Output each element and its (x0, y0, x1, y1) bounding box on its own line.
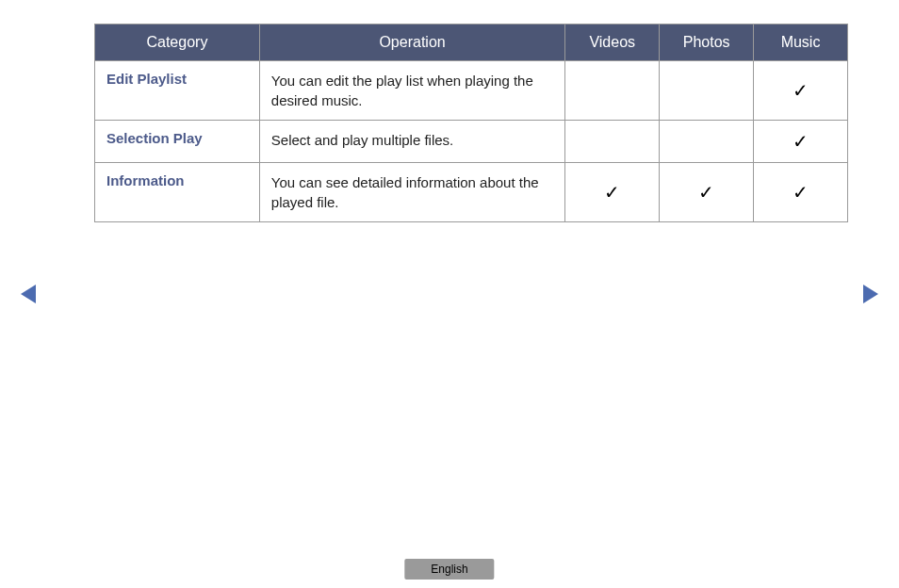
table-header-row: Category Operation Videos Photos Music (95, 24, 848, 61)
photos-cell (660, 121, 754, 163)
operation-cell: Select and play multiple files. (259, 121, 564, 163)
header-videos: Videos (565, 24, 660, 61)
table-row: Information You can see detailed informa… (95, 163, 848, 222)
next-page-button[interactable] (863, 285, 878, 303)
music-cell: ✓ (754, 121, 848, 163)
header-music: Music (754, 24, 848, 61)
operation-cell: You can see detailed information about t… (259, 163, 564, 222)
operation-cell: You can edit the play list when playing … (259, 61, 564, 121)
music-cell: ✓ (754, 163, 848, 222)
music-cell: ✓ (754, 61, 848, 121)
category-cell: Edit Playlist (95, 61, 260, 121)
triangle-left-icon (21, 285, 36, 303)
header-category: Category (95, 24, 260, 61)
category-cell: Selection Play (95, 121, 260, 163)
feature-table: Category Operation Videos Photos Music E… (94, 24, 848, 222)
videos-cell: ✓ (565, 163, 660, 222)
photos-cell: ✓ (660, 163, 754, 222)
triangle-right-icon (863, 285, 878, 303)
category-cell: Information (95, 163, 260, 222)
header-operation: Operation (259, 24, 564, 61)
table-row: Selection Play Select and play multiple … (95, 121, 848, 163)
svg-marker-1 (863, 285, 878, 303)
previous-page-button[interactable] (21, 285, 36, 303)
videos-cell (565, 61, 660, 121)
photos-cell (660, 61, 754, 121)
header-photos: Photos (660, 24, 754, 61)
table-row: Edit Playlist You can edit the play list… (95, 61, 848, 121)
feature-table-container: Category Operation Videos Photos Music E… (94, 24, 848, 222)
language-badge: English (404, 559, 494, 580)
videos-cell (565, 121, 660, 163)
svg-marker-0 (21, 285, 36, 303)
